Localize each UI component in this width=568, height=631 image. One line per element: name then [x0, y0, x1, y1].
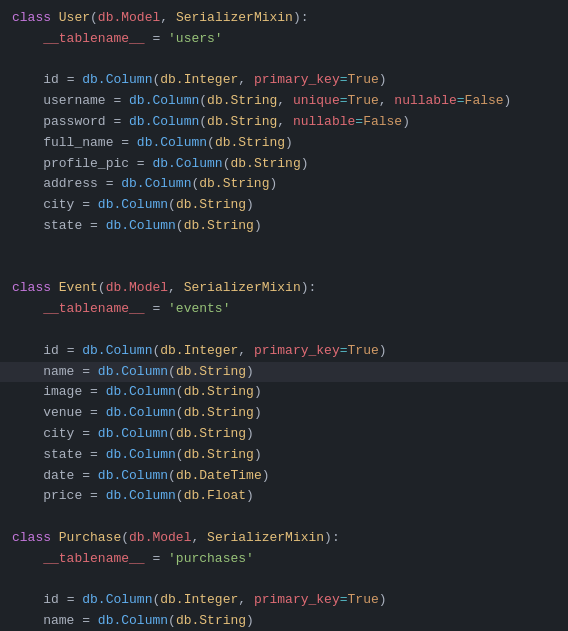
line-empty-1: [0, 50, 568, 71]
line-user-state: state = db.Column(db.String): [0, 216, 568, 237]
line-user-city: city = db.Column(db.String): [0, 195, 568, 216]
line-tablename-purchase: __tablename__ = 'purchases': [0, 549, 568, 570]
line-class-user: class User(db.Model, SerializerMixin):: [0, 8, 568, 29]
line-purchase-name: name = db.Column(db.String): [0, 611, 568, 631]
line-class-purchase: class Purchase(db.Model, SerializerMixin…: [0, 528, 568, 549]
line-user-profilepic: profile_pic = db.Column(db.String): [0, 154, 568, 175]
line-event-image: image = db.Column(db.String): [0, 382, 568, 403]
line-event-id: id = db.Column(db.Integer, primary_key=T…: [0, 341, 568, 362]
line-user-username: username = db.Column(db.String, unique=T…: [0, 91, 568, 112]
line-event-name: name = db.Column(db.String): [0, 362, 568, 383]
line-event-price: price = db.Column(db.Float): [0, 486, 568, 507]
line-event-state: state = db.Column(db.String): [0, 445, 568, 466]
line-class-event: class Event(db.Model, SerializerMixin):: [0, 278, 568, 299]
line-tablename-event: __tablename__ = 'events': [0, 299, 568, 320]
line-user-id: id = db.Column(db.Integer, primary_key=T…: [0, 70, 568, 91]
line-user-password: password = db.Column(db.String, nullable…: [0, 112, 568, 133]
line-empty-3: [0, 258, 568, 279]
line-event-city: city = db.Column(db.String): [0, 424, 568, 445]
code-editor: class User(db.Model, SerializerMixin): _…: [0, 0, 568, 631]
line-tablename-user: __tablename__ = 'users': [0, 29, 568, 50]
line-empty-5: [0, 507, 568, 528]
line-empty-4: [0, 320, 568, 341]
line-user-address: address = db.Column(db.String): [0, 174, 568, 195]
line-event-date: date = db.Column(db.DateTime): [0, 466, 568, 487]
line-empty-6: [0, 570, 568, 591]
line-event-venue: venue = db.Column(db.String): [0, 403, 568, 424]
line-user-fullname: full_name = db.Column(db.String): [0, 133, 568, 154]
line-empty-2: [0, 237, 568, 258]
line-purchase-id: id = db.Column(db.Integer, primary_key=T…: [0, 590, 568, 611]
